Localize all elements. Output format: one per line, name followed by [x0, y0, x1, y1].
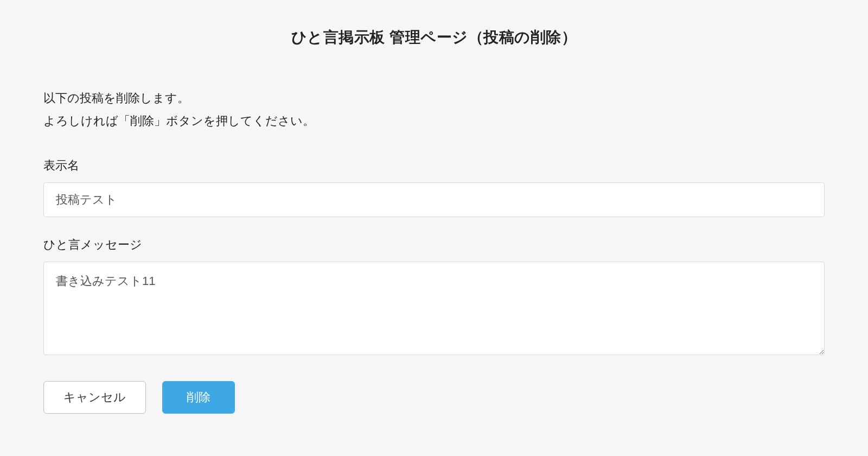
- message-field-group: ひと言メッセージ 書き込みテスト11: [43, 237, 825, 357]
- description-line-2: よろしければ「削除」ボタンを押してください。: [43, 110, 825, 132]
- cancel-button[interactable]: キャンセル: [43, 381, 146, 414]
- page-title: ひと言掲示板 管理ページ（投稿の削除）: [43, 27, 825, 48]
- action-buttons-row: キャンセル 削除: [43, 381, 825, 414]
- delete-button[interactable]: 削除: [162, 381, 235, 414]
- confirmation-description: 以下の投稿を削除します。 よろしければ「削除」ボタンを押してください。: [43, 87, 825, 132]
- message-label: ひと言メッセージ: [43, 237, 825, 253]
- message-textarea[interactable]: 書き込みテスト11: [43, 262, 825, 355]
- page-container: ひと言掲示板 管理ページ（投稿の削除） 以下の投稿を削除します。 よろしければ「…: [0, 0, 868, 441]
- display-name-field-group: 表示名: [43, 157, 825, 217]
- description-line-1: 以下の投稿を削除します。: [43, 87, 825, 110]
- display-name-input[interactable]: [43, 182, 825, 217]
- display-name-label: 表示名: [43, 157, 825, 174]
